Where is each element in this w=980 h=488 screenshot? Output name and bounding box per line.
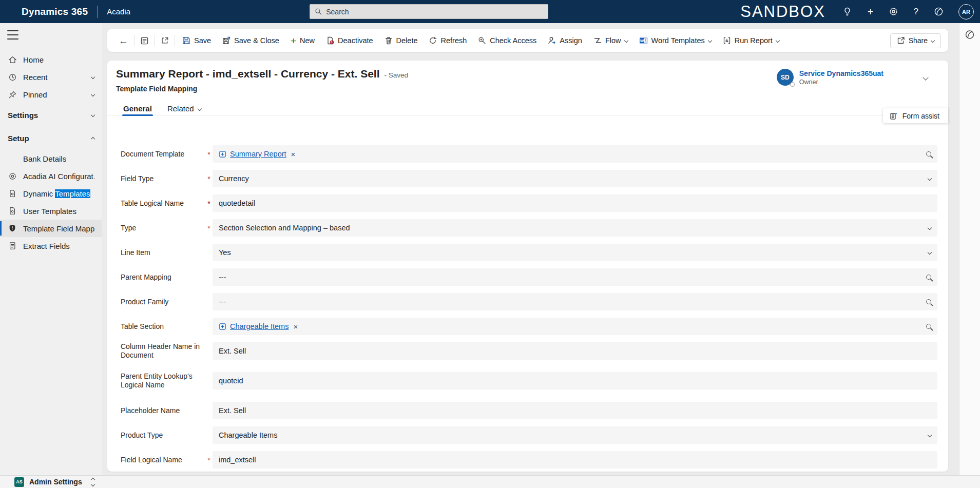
line-item-select[interactable]: Yes [213, 244, 937, 261]
template-record-icon [219, 150, 226, 158]
field-label: Product Family [121, 298, 205, 306]
placeholder-name-input[interactable]: Ext. Sell [213, 402, 937, 419]
lookup-record-link[interactable]: Summary Report [230, 150, 286, 158]
field-label: Placeholder Name [121, 406, 205, 415]
back-icon: ← [119, 36, 128, 46]
refresh-icon [429, 36, 437, 45]
field-label: Document Template [121, 150, 205, 159]
search-icon[interactable] [926, 299, 931, 304]
flow-icon [593, 36, 602, 45]
dynamics-365-brand[interactable]: Dynamics 365 [22, 6, 88, 17]
chevron-down-icon [197, 106, 201, 110]
chevron-down-icon [931, 38, 935, 43]
chevron-down-icon [624, 38, 628, 43]
sidebar-group-setup[interactable]: Setup [0, 129, 102, 147]
form-assist-button[interactable]: Form assist [883, 108, 948, 123]
sidebar-item-acadia-ai-configuration[interactable]: Acadia AI Configurat... [0, 167, 102, 185]
chevron-down-icon [928, 177, 932, 181]
owner-avatar: SD [777, 69, 794, 86]
back-button[interactable]: ← [114, 32, 132, 49]
required-indicator [205, 410, 213, 411]
owner-block[interactable]: SD Service Dynamics365uat Owner [777, 69, 928, 86]
deactivate-button[interactable]: Deactivate [320, 32, 379, 49]
chevron-up-icon [91, 137, 95, 141]
type-select[interactable]: Section Selection and Mapping – based [213, 219, 937, 237]
recent-icon [8, 72, 17, 82]
tab-general[interactable]: General [123, 102, 152, 115]
gear-icon[interactable] [889, 7, 899, 17]
user-avatar[interactable]: AR [958, 4, 974, 19]
sidebar-group-settings[interactable]: Settings [0, 106, 102, 124]
sidebar-item-home[interactable]: Home [0, 51, 102, 68]
new-button[interactable]: + New [285, 32, 320, 49]
chevron-down-icon[interactable] [923, 74, 928, 80]
required-indicator: * [205, 199, 213, 208]
word-templates-button[interactable]: W Word Templates [633, 32, 717, 49]
quick-create-plus-icon[interactable]: + [868, 7, 874, 17]
remove-icon[interactable]: × [293, 322, 298, 331]
sidebar-item-template-field-mapping[interactable]: Template Field Mapp... [0, 220, 102, 237]
chevron-down-icon [928, 226, 932, 230]
table-section-lookup[interactable]: Chargeable Items × [213, 318, 937, 335]
form-view-button[interactable] [136, 32, 153, 49]
search-icon[interactable] [926, 151, 931, 157]
chevron-down-icon[interactable] [91, 92, 95, 96]
tab-related[interactable]: Related [167, 102, 201, 115]
document-template-lookup[interactable]: Summary Report × [213, 145, 937, 163]
delete-button[interactable]: Delete [379, 32, 424, 49]
field-label: Line Item [121, 248, 205, 257]
table-logical-name-input[interactable]: quotedetail [213, 194, 937, 212]
brand-divider [97, 6, 98, 18]
sidebar-item-dynamic-templates[interactable]: Dynamic Templates [0, 185, 102, 202]
owner-name-link[interactable]: Service Dynamics365uat [799, 69, 883, 77]
sidebar-item-recent[interactable]: Recent [0, 68, 102, 86]
lightbulb-icon[interactable] [842, 7, 853, 17]
save-and-close-button[interactable]: Save & Close [217, 32, 285, 49]
home-icon [8, 55, 17, 64]
field-type-select[interactable]: Currency [213, 170, 937, 187]
word-icon: W [639, 36, 648, 45]
field-row-line-item: Line Item Yes [121, 244, 937, 261]
sidebar-item-extract-fields[interactable]: Extract Fields [0, 237, 102, 255]
flow-button[interactable]: Flow [588, 32, 633, 49]
chevron-down-icon [707, 38, 712, 43]
sidebar-item-pinned[interactable]: Pinned [0, 86, 102, 103]
lookup-pill: Chargeable Items × [219, 322, 298, 331]
share-button[interactable]: Share [890, 33, 941, 48]
chevron-down-icon[interactable] [91, 75, 95, 79]
popout-button[interactable] [157, 32, 173, 49]
save-button[interactable]: Save [177, 32, 217, 49]
check-access-button[interactable]: Check Access [472, 32, 542, 49]
search-icon[interactable] [926, 324, 931, 329]
hamburger-icon[interactable] [7, 30, 18, 40]
required-indicator [205, 326, 213, 327]
sidebar-item-bank-details[interactable]: Bank Details [0, 150, 102, 167]
help-icon[interactable]: ? [914, 7, 918, 16]
app-name[interactable]: Acadia [107, 7, 130, 16]
copilot-icon[interactable] [933, 7, 944, 17]
field-label: Table Section [121, 322, 205, 331]
global-search-input[interactable] [326, 8, 543, 16]
lookup-record-link[interactable]: Chargeable Items [230, 322, 289, 330]
run-report-button[interactable]: Run Report [717, 32, 785, 49]
field-row-parent-entity-lookup: Parent Entity Lookup's Logical Name quot… [121, 372, 937, 389]
updown-icon[interactable] [91, 478, 94, 486]
form-assist-icon [890, 112, 898, 120]
remove-icon[interactable]: × [291, 150, 296, 159]
search-icon[interactable] [926, 275, 931, 280]
column-header-name-input[interactable]: Ext. Sell [213, 342, 937, 360]
save-status: - Saved [385, 71, 409, 79]
template-icon [8, 189, 17, 198]
product-family-lookup[interactable]: --- [213, 293, 937, 310]
field-logical-name-input[interactable]: imd_extsell [213, 451, 937, 469]
product-type-select[interactable]: Chargeable Items [213, 426, 937, 444]
admin-avatar[interactable]: AS [14, 477, 24, 487]
parent-mapping-lookup[interactable]: --- [213, 268, 937, 286]
parent-entity-lookup-input[interactable]: quoteid [213, 372, 937, 389]
global-search-box[interactable] [310, 4, 548, 19]
copilot-icon[interactable] [965, 29, 975, 40]
assign-button[interactable]: Assign [542, 32, 588, 49]
sidebar-item-user-templates[interactable]: User Templates [0, 202, 102, 220]
environment-badge: SANDBOX [740, 4, 825, 19]
refresh-button[interactable]: Refresh [423, 32, 472, 49]
